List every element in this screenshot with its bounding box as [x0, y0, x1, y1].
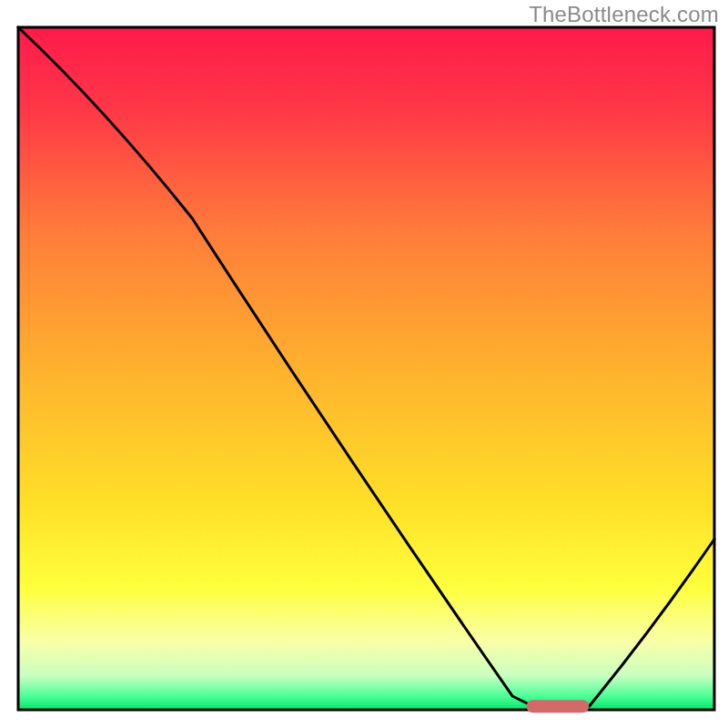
chart-canvas — [0, 0, 728, 728]
bottleneck-chart: TheBottleneck.com — [0, 0, 728, 728]
attribution-label: TheBottleneck.com — [529, 2, 719, 27]
gradient-background — [18, 27, 714, 710]
optimal-range-marker — [526, 700, 589, 713]
